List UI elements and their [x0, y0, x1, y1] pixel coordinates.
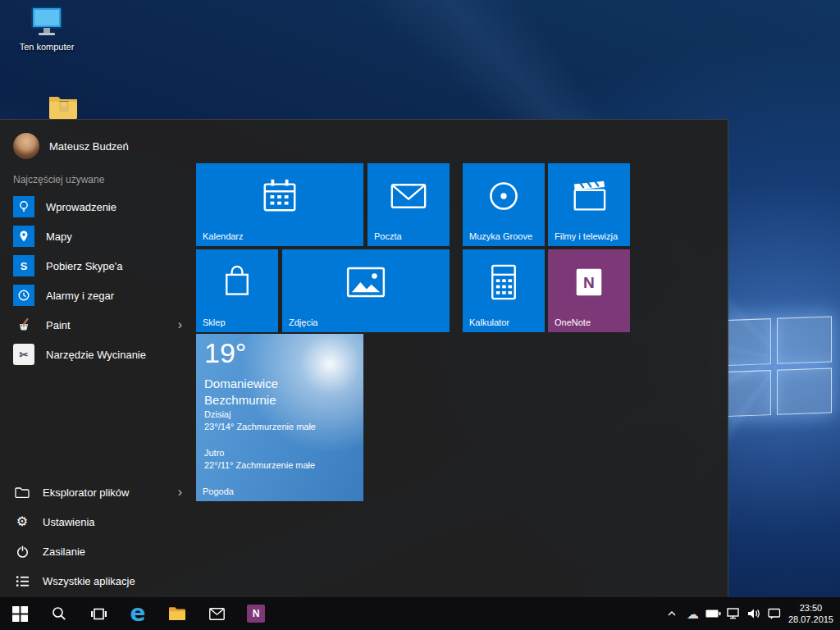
taskbar-clock[interactable]: 23:50 28.07.2015 — [785, 602, 840, 626]
calendar-icon — [261, 177, 299, 218]
tile-label: Filmy i telewizja — [555, 231, 618, 241]
tile-label: Muzyka Groove — [469, 231, 532, 241]
menu-item-mapy[interactable]: Mapy — [0, 221, 190, 251]
speaker-icon — [747, 608, 760, 619]
tile-zdjecia[interactable]: Zdjęcia — [282, 249, 450, 332]
lightbulb-icon — [13, 196, 34, 217]
action-center-icon — [768, 608, 781, 620]
tile-onenote[interactable]: N OneNote — [548, 249, 630, 332]
most-used-list: Wprowadzenie Mapy S Pobierz Skype'a Alar… — [0, 192, 190, 369]
menu-item-label: Alarmy i zegar — [46, 290, 114, 302]
weather-today-forecast: 23°/14° Zachmurzenie małe — [204, 422, 316, 431]
scissors-icon: ✂ — [13, 344, 34, 365]
task-view-button[interactable] — [79, 597, 118, 630]
clock-icon — [13, 285, 34, 306]
most-used-header: Najczęściej używane — [13, 174, 104, 185]
calculator-icon — [490, 264, 518, 304]
clock-time: 23:50 — [788, 602, 833, 614]
mail-icon — [390, 182, 427, 213]
tile-label: OneNote — [555, 317, 591, 327]
logo-pane — [777, 317, 833, 364]
windows-logo-glow — [715, 317, 832, 418]
all-apps-icon — [13, 574, 31, 588]
menu-item-label: Wszystkie aplikacje — [43, 575, 135, 587]
tile-filmy[interactable]: Filmy i telewizja — [548, 163, 630, 246]
user-name: Mateusz Budzeń — [49, 140, 129, 153]
menu-item-wycinanie[interactable]: ✂ Narzędzie Wycinanie — [0, 340, 190, 369]
menu-item-label: Paint — [46, 319, 71, 331]
tile-muzyka-groove[interactable]: Muzyka Groove — [463, 163, 545, 246]
folder-icon — [168, 606, 186, 621]
gear-icon: ⚙ — [13, 515, 31, 528]
network-tray-button[interactable] — [724, 597, 744, 630]
search-button[interactable] — [39, 597, 79, 630]
tile-sklep[interactable]: Sklep — [196, 249, 278, 332]
user-avatar[interactable] — [13, 133, 39, 159]
weather-condition: Bezchmurnie — [204, 393, 276, 407]
show-hidden-icons-button[interactable] — [662, 597, 682, 630]
start-button[interactable] — [0, 597, 39, 630]
menu-item-all-apps[interactable]: Wszystkie aplikacje — [0, 566, 190, 596]
edge-icon: e — [130, 602, 146, 625]
network-icon — [727, 608, 740, 619]
user-folder-icon — [48, 94, 79, 120]
tile-kalkulator[interactable]: Kalkulator — [463, 249, 545, 332]
onenote-icon: N — [247, 605, 265, 623]
menu-item-alarmy[interactable]: Alarmy i zegar — [0, 281, 190, 310]
logo-pane — [777, 368, 833, 415]
tile-kalendarz[interactable]: Kalendarz — [196, 163, 363, 246]
menu-item-label: Narzędzie Wycinanie — [46, 349, 146, 361]
start-footer: Eksplorator plików › ⚙ Ustawienia Zasila… — [0, 477, 190, 596]
menu-item-file-explorer[interactable]: Eksplorator plików › — [0, 477, 190, 507]
menu-item-wprowadzenie[interactable]: Wprowadzenie — [0, 192, 190, 221]
menu-item-label: Pobierz Skype'a — [46, 260, 123, 272]
computer-icon — [28, 5, 66, 39]
tile-poczta[interactable]: Poczta — [368, 163, 450, 246]
battery-tray-button[interactable] — [703, 597, 724, 630]
task-view-icon — [91, 607, 107, 621]
chevron-up-icon — [667, 609, 677, 619]
start-menu: Mateusz Budzeń Najczęściej używane Wprow… — [0, 119, 728, 597]
menu-item-label: Zasilanie — [43, 546, 85, 558]
mail-icon — [209, 608, 225, 620]
user-account[interactable]: Mateusz Budzeń — [13, 133, 129, 159]
store-icon — [221, 264, 253, 304]
mail-button[interactable] — [197, 597, 236, 630]
svg-text:N: N — [583, 274, 595, 291]
groove-music-icon — [486, 178, 522, 217]
menu-item-power[interactable]: Zasilanie — [0, 536, 190, 566]
desktop-icon-label: Ten komputer — [20, 42, 75, 52]
menu-item-settings[interactable]: ⚙ Ustawienia — [0, 507, 190, 536]
menu-item-label: Ustawienia — [43, 516, 95, 528]
onenote-icon: N — [572, 265, 606, 303]
tile-label: Kalendarz — [203, 231, 244, 241]
tile-label: Kalkulator — [469, 317, 509, 327]
desktop-icon-this-pc[interactable]: Ten komputer — [11, 5, 82, 52]
menu-item-paint[interactable]: Paint › — [0, 310, 190, 340]
weather-tomorrow-label: Jutro — [204, 448, 224, 458]
menu-item-label: Wprowadzenie — [46, 201, 116, 213]
onedrive-tray-button[interactable]: ☁ — [682, 597, 703, 630]
chevron-right-icon[interactable]: › — [178, 486, 182, 499]
paint-icon — [13, 314, 34, 336]
menu-item-label: Eksplorator plików — [43, 486, 130, 499]
onenote-taskbar-button[interactable]: N — [236, 597, 276, 630]
weather-location: Domaniewice — [204, 377, 278, 390]
edge-button[interactable]: e — [118, 597, 158, 630]
weather-today-label: Dzisiaj — [204, 409, 231, 419]
action-center-button[interactable] — [765, 597, 785, 630]
chevron-right-icon[interactable]: › — [178, 318, 182, 331]
search-icon — [52, 606, 66, 621]
tile-pogoda[interactable]: 19° Domaniewice Bezchmurnie Dzisiaj 23°/… — [196, 334, 363, 501]
menu-item-skype[interactable]: S Pobierz Skype'a — [0, 251, 190, 281]
desktop-icon-user-folder[interactable] — [28, 94, 98, 122]
tile-label: Pogoda — [203, 486, 234, 496]
battery-icon — [705, 609, 721, 618]
tile-label: Sklep — [203, 317, 226, 327]
file-explorer-button[interactable] — [158, 597, 197, 630]
volume-tray-button[interactable] — [744, 597, 765, 630]
menu-item-label: Mapy — [46, 231, 72, 243]
cloud-icon: ☁ — [687, 608, 699, 620]
system-tray: ☁ 23:50 28.07.2015 — [662, 597, 840, 630]
skype-icon: S — [13, 255, 34, 276]
